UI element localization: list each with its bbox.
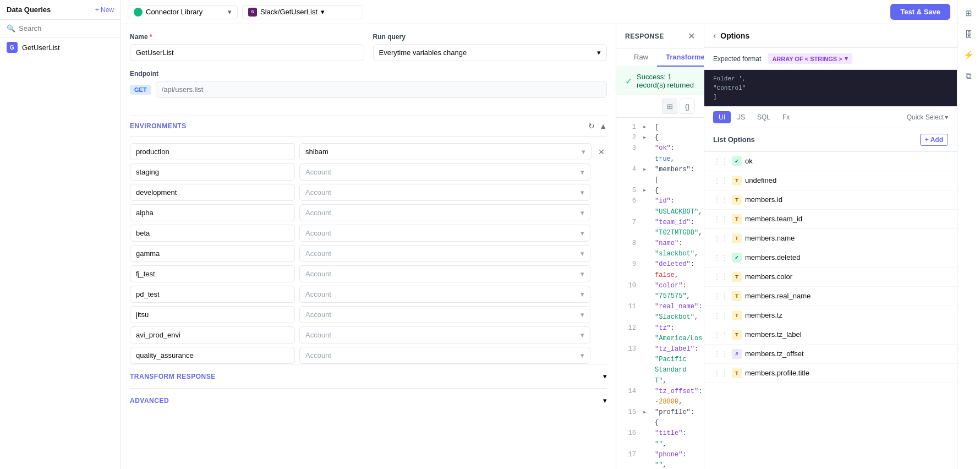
test-save-button[interactable]: Test & Save: [890, 4, 950, 20]
env-account-select[interactable]: Account ▾: [299, 326, 590, 343]
env-account-select[interactable]: Account ▾: [299, 347, 590, 364]
line-expand[interactable]: [643, 386, 648, 407]
line-expand[interactable]: [643, 428, 648, 449]
line-expand[interactable]: [643, 450, 648, 469]
list-item[interactable]: ⋮⋮ T members.color: [704, 268, 957, 287]
env-clear-button[interactable]: ✕: [596, 145, 607, 159]
env-account-select[interactable]: Account ▾: [299, 163, 590, 181]
env-account-select[interactable]: Account ▾: [299, 306, 590, 323]
line-number: 5: [625, 186, 636, 196]
drag-handle-icon[interactable]: ⋮⋮: [713, 272, 729, 281]
env-name-input[interactable]: [130, 225, 295, 242]
env-name-input[interactable]: [130, 326, 295, 343]
table-view-button[interactable]: ⊞: [662, 99, 677, 114]
add-option-button[interactable]: + Add: [920, 134, 948, 146]
tab-transformed[interactable]: Transformed: [657, 48, 704, 67]
side-icon-bolt[interactable]: ⚡: [960, 46, 978, 64]
env-name-input[interactable]: [130, 143, 295, 160]
tab-sql[interactable]: SQL: [752, 111, 776, 123]
quick-select-button[interactable]: Quick Select ▾: [907, 113, 948, 121]
env-name-input[interactable]: [130, 245, 295, 262]
env-account-select[interactable]: Account ▾: [299, 184, 590, 201]
line-expand[interactable]: [643, 217, 648, 238]
env-name-input[interactable]: [130, 163, 295, 181]
side-icon-db[interactable]: 🗄: [960, 25, 978, 43]
json-view-button[interactable]: {}: [680, 99, 695, 114]
drag-handle-icon[interactable]: ⋮⋮: [713, 234, 729, 243]
connector-library-select[interactable]: Connector Library ▾: [128, 5, 238, 19]
drag-handle-icon[interactable]: ⋮⋮: [713, 215, 729, 223]
side-icon-grid[interactable]: ⊞: [960, 4, 978, 22]
env-name-input[interactable]: [130, 265, 295, 282]
list-item[interactable]: ⋮⋮ T members.real_name: [704, 287, 957, 306]
line-expand[interactable]: ▸: [643, 133, 648, 143]
search-input[interactable]: [19, 24, 114, 32]
env-account-select[interactable]: shibam ▾: [299, 143, 592, 160]
line-number: 2: [625, 133, 636, 143]
list-item[interactable]: ⋮⋮ T members.tz_label: [704, 325, 957, 345]
transform-header[interactable]: TRANSFORM RESPONSE ▾: [130, 364, 607, 388]
endpoint-input[interactable]: [156, 81, 607, 98]
new-query-button[interactable]: + New: [95, 6, 114, 14]
side-icon-copy[interactable]: ⧉: [960, 67, 978, 85]
sidebar-item-getuserlist[interactable]: G GetUserList: [0, 37, 121, 57]
list-item[interactable]: ⋮⋮ # members.tz_offset: [704, 345, 957, 364]
env-name-input[interactable]: [130, 306, 295, 323]
tab-js[interactable]: JS: [732, 111, 751, 123]
connector-chevron-icon: ▾: [228, 8, 232, 16]
env-name-input[interactable]: [130, 184, 295, 201]
list-item[interactable]: ⋮⋮ T members.profile.title: [704, 364, 957, 383]
env-account-select[interactable]: Account ▾: [299, 225, 590, 242]
env-collapse-icon[interactable]: ▲: [599, 122, 607, 130]
drag-handle-icon[interactable]: ⋮⋮: [713, 176, 729, 185]
drag-handle-icon[interactable]: ⋮⋮: [713, 195, 729, 204]
env-account-select[interactable]: Account ▾: [299, 204, 590, 221]
drag-handle-icon[interactable]: ⋮⋮: [713, 157, 729, 166]
tab-fx[interactable]: Fx: [777, 111, 795, 123]
line-expand[interactable]: ▸: [643, 122, 648, 133]
line-expand[interactable]: [643, 143, 648, 164]
line-expand[interactable]: [643, 323, 648, 344]
drag-handle-icon[interactable]: ⋮⋮: [713, 369, 729, 378]
line-expand[interactable]: ▸: [643, 407, 648, 428]
list-item[interactable]: ⋮⋮ T members.id: [704, 190, 957, 210]
line-number: 13: [625, 344, 636, 386]
json-line: 11 "real_name": "Slackbot",: [625, 302, 695, 323]
env-account-select[interactable]: Account ▾: [299, 265, 590, 282]
env-account-select[interactable]: Account ▾: [299, 286, 590, 303]
list-item[interactable]: ⋮⋮ ✓ members.deleted: [704, 248, 957, 268]
item-label: members.name: [745, 234, 948, 242]
drag-handle-icon[interactable]: ⋮⋮: [713, 311, 729, 320]
response-close-icon[interactable]: ✕: [688, 31, 695, 41]
line-expand[interactable]: ▸: [643, 165, 648, 186]
drag-handle-icon[interactable]: ⋮⋮: [713, 330, 729, 339]
advanced-header[interactable]: ADVANCED ▾: [130, 389, 607, 412]
env-name-input[interactable]: [130, 204, 295, 221]
line-expand[interactable]: [643, 259, 648, 280]
line-expand[interactable]: [643, 281, 648, 302]
list-item[interactable]: ⋮⋮ T members.name: [704, 229, 957, 248]
back-icon[interactable]: ‹: [713, 31, 716, 41]
run-query-select[interactable]: Everytime variables change ▾: [373, 44, 607, 61]
name-input[interactable]: [130, 44, 364, 61]
drag-handle-icon[interactable]: ⋮⋮: [713, 350, 729, 358]
refresh-icon[interactable]: ↻: [588, 122, 595, 130]
list-item[interactable]: ⋮⋮ T members.tz: [704, 306, 957, 325]
format-badge[interactable]: ARRAY OF < STRINGS > ▾: [768, 53, 852, 64]
env-name-input[interactable]: [130, 347, 295, 364]
line-expand[interactable]: ▸: [643, 186, 648, 196]
drag-handle-icon[interactable]: ⋮⋮: [713, 292, 729, 301]
line-expand[interactable]: [643, 238, 648, 259]
line-expand[interactable]: [643, 302, 648, 323]
env-name-input[interactable]: [130, 286, 295, 303]
tab-ui[interactable]: UI: [713, 111, 731, 123]
env-account-select[interactable]: Account ▾: [299, 245, 590, 262]
line-expand[interactable]: [643, 344, 648, 386]
list-item[interactable]: ⋮⋮ T undefined: [704, 171, 957, 190]
drag-handle-icon[interactable]: ⋮⋮: [713, 253, 729, 262]
line-expand[interactable]: [643, 196, 648, 217]
list-item[interactable]: ⋮⋮ T members.team_id: [704, 210, 957, 229]
list-item[interactable]: ⋮⋮ ✓ ok: [704, 152, 957, 171]
tab-raw[interactable]: Raw: [625, 48, 657, 67]
query-select[interactable]: S Slack/GetUserList ▾: [242, 5, 363, 19]
